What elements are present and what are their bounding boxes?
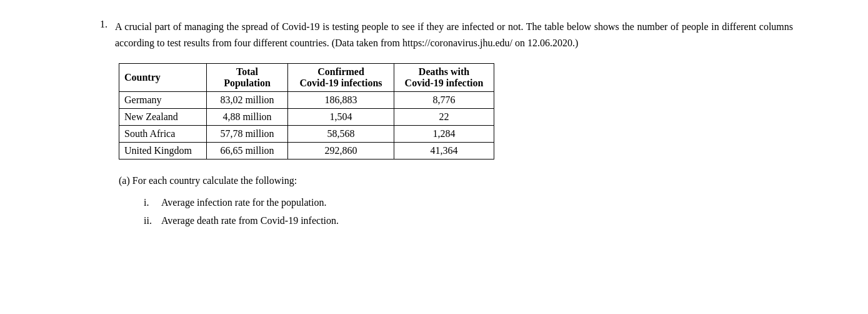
header-country: Country bbox=[119, 64, 207, 92]
cell-deaths: 8,776 bbox=[394, 92, 494, 109]
data-table: Country TotalPopulation ConfirmedCovid-1… bbox=[119, 63, 494, 160]
cell-country: South Africa bbox=[119, 126, 207, 143]
question-text: A crucial part of managing the spread of… bbox=[115, 19, 793, 51]
cell-total-population: 4,88 million bbox=[207, 109, 288, 126]
cell-confirmed-infections: 58,568 bbox=[288, 126, 394, 143]
cell-total-population: 66,65 million bbox=[207, 143, 288, 160]
sub-items: i.Average infection rate for the populat… bbox=[144, 194, 793, 230]
sub-questions: (a) For each country calculate the follo… bbox=[119, 172, 793, 230]
table-row: United Kingdom66,65 million292,86041,364 bbox=[119, 143, 494, 160]
sub-item-label: i. bbox=[144, 194, 156, 212]
question-block: 1. A crucial part of managing the spread… bbox=[100, 19, 793, 51]
table-row: South Africa57,78 million58,5681,284 bbox=[119, 126, 494, 143]
cell-deaths: 22 bbox=[394, 109, 494, 126]
cell-deaths: 1,284 bbox=[394, 126, 494, 143]
cell-total-population: 57,78 million bbox=[207, 126, 288, 143]
cell-country: Germany bbox=[119, 92, 207, 109]
header-total-population: TotalPopulation bbox=[207, 64, 288, 92]
sub-item-text: Average infection rate for the populatio… bbox=[161, 194, 326, 212]
table-row: New Zealand4,88 million1,50422 bbox=[119, 109, 494, 126]
cell-deaths: 41,364 bbox=[394, 143, 494, 160]
sub-item: ii.Average death rate from Covid-19 infe… bbox=[144, 212, 793, 230]
sub-item: i.Average infection rate for the populat… bbox=[144, 194, 793, 212]
header-deaths: Deaths withCovid-19 infection bbox=[394, 64, 494, 92]
cell-confirmed-infections: 292,860 bbox=[288, 143, 394, 160]
cell-confirmed-infections: 1,504 bbox=[288, 109, 394, 126]
cell-country: New Zealand bbox=[119, 109, 207, 126]
cell-confirmed-infections: 186,883 bbox=[288, 92, 394, 109]
header-confirmed-infections: ConfirmedCovid-19 infections bbox=[288, 64, 394, 92]
question-number: 1. bbox=[100, 19, 107, 51]
sub-question-a: (a) For each country calculate the follo… bbox=[119, 172, 793, 190]
sub-item-text: Average death rate from Covid-19 infecti… bbox=[161, 212, 339, 230]
cell-total-population: 83,02 million bbox=[207, 92, 288, 109]
table-header-row: Country TotalPopulation ConfirmedCovid-1… bbox=[119, 64, 494, 92]
sub-item-label: ii. bbox=[144, 212, 156, 230]
cell-country: United Kingdom bbox=[119, 143, 207, 160]
sub-a-label: (a) For each country calculate the follo… bbox=[119, 175, 297, 186]
table-row: Germany83,02 million186,8838,776 bbox=[119, 92, 494, 109]
table-container: Country TotalPopulation ConfirmedCovid-1… bbox=[119, 63, 793, 160]
